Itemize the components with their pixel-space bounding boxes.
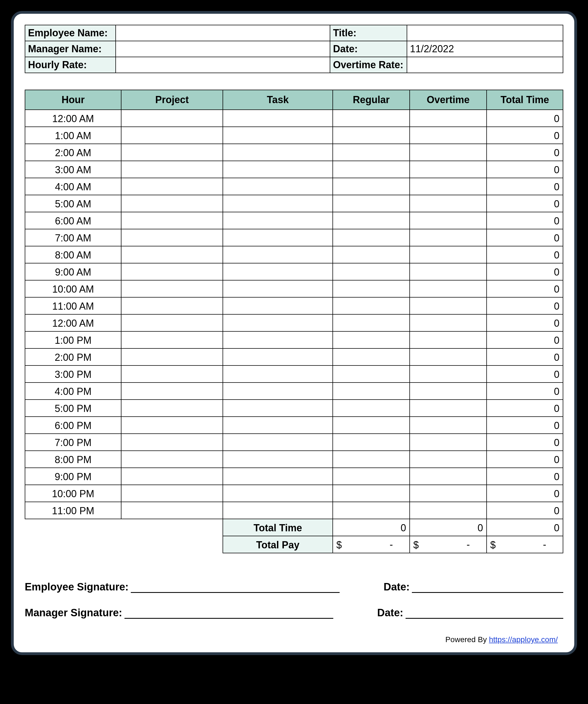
overtime-cell[interactable]: [410, 280, 486, 297]
overtime-cell[interactable]: [410, 417, 486, 434]
regular-cell[interactable]: [333, 144, 410, 161]
footer-link[interactable]: https://apploye.com/: [489, 635, 558, 644]
regular-cell[interactable]: [333, 314, 410, 331]
project-cell[interactable]: [121, 110, 223, 127]
regular-cell[interactable]: [333, 400, 410, 417]
regular-cell[interactable]: [333, 502, 410, 519]
project-cell[interactable]: [121, 468, 223, 485]
project-cell[interactable]: [121, 195, 223, 212]
regular-cell[interactable]: [333, 127, 410, 144]
task-cell[interactable]: [223, 161, 333, 178]
overtime-cell[interactable]: [410, 263, 486, 280]
task-cell[interactable]: [223, 451, 333, 468]
overtime-cell[interactable]: [410, 400, 486, 417]
project-cell[interactable]: [121, 383, 223, 400]
regular-cell[interactable]: [333, 280, 410, 297]
overtime-rate-value[interactable]: [407, 57, 563, 73]
task-cell[interactable]: [223, 348, 333, 365]
task-cell[interactable]: [223, 485, 333, 502]
task-cell[interactable]: [223, 297, 333, 314]
date-value[interactable]: 11/2/2022: [407, 41, 563, 57]
task-cell[interactable]: [223, 314, 333, 331]
overtime-cell[interactable]: [410, 365, 486, 383]
task-cell[interactable]: [223, 195, 333, 212]
project-cell[interactable]: [121, 127, 223, 144]
overtime-cell[interactable]: [410, 195, 486, 212]
project-cell[interactable]: [121, 212, 223, 229]
project-cell[interactable]: [121, 365, 223, 383]
task-cell[interactable]: [223, 365, 333, 383]
task-cell[interactable]: [223, 417, 333, 434]
overtime-cell[interactable]: [410, 246, 486, 263]
task-cell[interactable]: [223, 178, 333, 195]
regular-cell[interactable]: [333, 195, 410, 212]
overtime-cell[interactable]: [410, 348, 486, 365]
project-cell[interactable]: [121, 400, 223, 417]
overtime-cell[interactable]: [410, 468, 486, 485]
overtime-cell[interactable]: [410, 485, 486, 502]
task-cell[interactable]: [223, 127, 333, 144]
overtime-cell[interactable]: [410, 110, 486, 127]
regular-cell[interactable]: [333, 451, 410, 468]
project-cell[interactable]: [121, 246, 223, 263]
task-cell[interactable]: [223, 383, 333, 400]
regular-cell[interactable]: [333, 365, 410, 383]
overtime-cell[interactable]: [410, 161, 486, 178]
overtime-cell[interactable]: [410, 144, 486, 161]
regular-cell[interactable]: [333, 383, 410, 400]
overtime-cell[interactable]: [410, 451, 486, 468]
task-cell[interactable]: [223, 246, 333, 263]
employee-signature-line[interactable]: [131, 581, 340, 593]
project-cell[interactable]: [121, 314, 223, 331]
project-cell[interactable]: [121, 144, 223, 161]
title-value[interactable]: [407, 25, 563, 41]
manager-signature-line[interactable]: [125, 607, 333, 619]
project-cell[interactable]: [121, 485, 223, 502]
project-cell[interactable]: [121, 280, 223, 297]
task-cell[interactable]: [223, 331, 333, 348]
task-cell[interactable]: [223, 280, 333, 297]
project-cell[interactable]: [121, 161, 223, 178]
overtime-cell[interactable]: [410, 331, 486, 348]
regular-cell[interactable]: [333, 229, 410, 246]
project-cell[interactable]: [121, 451, 223, 468]
project-cell[interactable]: [121, 502, 223, 519]
task-cell[interactable]: [223, 144, 333, 161]
project-cell[interactable]: [121, 331, 223, 348]
overtime-cell[interactable]: [410, 229, 486, 246]
overtime-cell[interactable]: [410, 127, 486, 144]
task-cell[interactable]: [223, 212, 333, 229]
task-cell[interactable]: [223, 502, 333, 519]
project-cell[interactable]: [121, 263, 223, 280]
regular-cell[interactable]: [333, 485, 410, 502]
regular-cell[interactable]: [333, 331, 410, 348]
manager-date-line[interactable]: [405, 607, 563, 619]
overtime-cell[interactable]: [410, 178, 486, 195]
overtime-cell[interactable]: [410, 383, 486, 400]
task-cell[interactable]: [223, 229, 333, 246]
task-cell[interactable]: [223, 263, 333, 280]
hourly-rate-value[interactable]: [116, 57, 330, 73]
regular-cell[interactable]: [333, 263, 410, 280]
regular-cell[interactable]: [333, 297, 410, 314]
overtime-cell[interactable]: [410, 434, 486, 451]
regular-cell[interactable]: [333, 348, 410, 365]
regular-cell[interactable]: [333, 434, 410, 451]
regular-cell[interactable]: [333, 212, 410, 229]
project-cell[interactable]: [121, 297, 223, 314]
project-cell[interactable]: [121, 434, 223, 451]
manager-name-value[interactable]: [116, 41, 330, 57]
regular-cell[interactable]: [333, 246, 410, 263]
project-cell[interactable]: [121, 417, 223, 434]
project-cell[interactable]: [121, 348, 223, 365]
task-cell[interactable]: [223, 400, 333, 417]
regular-cell[interactable]: [333, 110, 410, 127]
regular-cell[interactable]: [333, 468, 410, 485]
regular-cell[interactable]: [333, 178, 410, 195]
overtime-cell[interactable]: [410, 212, 486, 229]
employee-date-line[interactable]: [412, 581, 563, 593]
overtime-cell[interactable]: [410, 314, 486, 331]
task-cell[interactable]: [223, 468, 333, 485]
overtime-cell[interactable]: [410, 502, 486, 519]
overtime-cell[interactable]: [410, 297, 486, 314]
